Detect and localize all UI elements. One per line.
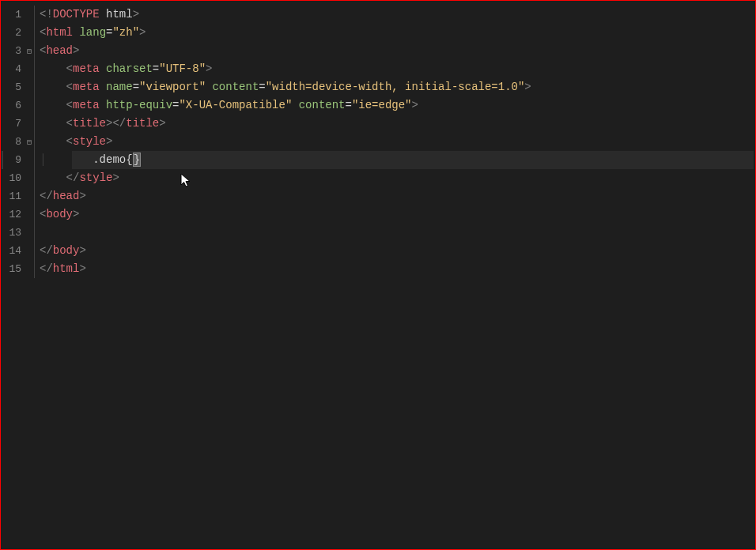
line-number: 13	[1, 227, 25, 239]
eq: =	[259, 81, 265, 93]
gutter-divider	[34, 205, 35, 224]
code-line[interactable]: </style>	[36, 169, 755, 187]
punct: <	[66, 81, 73, 93]
brace-open: {	[126, 153, 132, 166]
gutter-row: 13	[1, 224, 36, 242]
punct: </	[40, 244, 53, 257]
line-number: 1	[1, 9, 25, 21]
indent	[66, 153, 93, 166]
fold-marker[interactable]: ⊟	[25, 47, 34, 56]
punct: >	[79, 244, 85, 257]
indent	[40, 171, 66, 184]
indent	[40, 81, 66, 93]
code-line[interactable]: <body>	[36, 205, 755, 224]
line-number: 8	[1, 136, 25, 148]
code-line[interactable]: <meta http-equiv="X-UA-Compatible" conte…	[36, 96, 755, 115]
text	[100, 8, 106, 21]
tag: html	[46, 26, 73, 39]
code-line[interactable]: </html>	[36, 260, 755, 278]
tag: title	[126, 117, 159, 130]
punct: </	[40, 190, 53, 202]
eq: =	[133, 81, 139, 93]
punct: >	[206, 62, 212, 75]
punct: <	[66, 135, 73, 148]
attr-value: "ie=edge"	[352, 99, 412, 111]
attr-value: "viewport"	[139, 81, 206, 93]
tag: head	[53, 190, 80, 202]
tag: head	[46, 44, 73, 57]
attr: http-equiv	[106, 99, 172, 111]
line-number: 10	[1, 172, 25, 184]
line-number: 11	[1, 190, 25, 202]
current-line-margin	[2, 151, 3, 169]
gutter-row: 2	[1, 24, 36, 42]
attr-value: "X-UA-Compatible"	[179, 99, 292, 111]
line-number: 5	[1, 81, 25, 93]
gutter-row: 14	[1, 242, 36, 260]
gutter-row: 10	[1, 169, 36, 187]
punct: </	[40, 262, 53, 275]
code-line[interactable]: </head>	[36, 187, 755, 205]
punct: >	[112, 171, 119, 184]
gutter-row: 7	[1, 115, 36, 133]
brace-close-matched: }	[133, 153, 141, 167]
tag: meta	[73, 99, 100, 111]
attr-value: "zh"	[112, 26, 139, 39]
gutter-divider	[34, 224, 35, 242]
punct: >	[524, 81, 531, 93]
code-area[interactable]: <!DOCTYPE html> <html lang="zh"> <head> …	[36, 1, 755, 549]
gutter-divider	[34, 133, 35, 151]
gutter-divider	[34, 96, 35, 115]
fold-marker[interactable]: ⊟	[25, 138, 34, 147]
eq: =	[153, 62, 159, 75]
tag: title	[73, 117, 106, 130]
gutter-row: 15	[1, 260, 36, 278]
line-number: 14	[1, 245, 25, 257]
code-line[interactable]	[36, 224, 755, 242]
punct: <!	[40, 8, 53, 21]
gutter-divider	[34, 187, 35, 205]
attr-value: "UTF-8"	[159, 62, 206, 75]
gutter-row: 9	[1, 151, 36, 169]
line-number: 6	[1, 100, 25, 111]
gutter-row: 3 ⊟	[1, 42, 36, 60]
gutter-divider	[34, 60, 35, 78]
space	[100, 99, 106, 111]
punct: >	[412, 99, 418, 111]
code-line[interactable]: <head>	[36, 42, 755, 60]
gutter-divider	[34, 260, 35, 278]
code-line[interactable]: <meta charset="UTF-8">	[36, 60, 755, 78]
punct: >	[133, 8, 139, 21]
line-number: 2	[1, 27, 25, 39]
code-line[interactable]: <!DOCTYPE html>	[36, 6, 755, 24]
tag: meta	[73, 62, 100, 75]
gutter-row: 6	[1, 96, 36, 115]
gutter-row: 11	[1, 187, 36, 205]
gutter: 1 2 3 ⊟ 4 5 6 7	[1, 1, 36, 549]
line-number: 12	[1, 209, 25, 220]
attr: content	[212, 81, 259, 93]
punct: >	[79, 262, 85, 275]
gutter-divider	[34, 151, 35, 169]
indent	[40, 135, 66, 148]
attr: charset	[106, 62, 153, 75]
gutter-row: 1	[1, 6, 36, 24]
attr-value: "width=device-width, initial-scale=1.0"	[266, 81, 525, 93]
space	[100, 81, 106, 93]
eq: =	[346, 99, 352, 111]
doctype-keyword: DOCTYPE	[53, 8, 100, 21]
attr: lang	[79, 26, 106, 39]
indent	[40, 99, 66, 111]
css-selector: .demo	[93, 153, 126, 166]
code-line[interactable]: │ .demo{}	[36, 151, 755, 169]
tag: body	[46, 208, 73, 220]
tag: style	[73, 135, 106, 148]
code-line[interactable]: <html lang="zh">	[36, 24, 755, 42]
punct: <	[66, 99, 73, 111]
code-line[interactable]: <meta name="viewport" content="width=dev…	[36, 78, 755, 96]
code-line[interactable]: </body>	[36, 242, 755, 260]
code-line[interactable]: <title></title>	[36, 115, 755, 133]
code-editor[interactable]: 1 2 3 ⊟ 4 5 6 7	[1, 1, 755, 549]
line-number: 15	[1, 263, 25, 275]
code-line[interactable]: <style>	[36, 133, 755, 151]
